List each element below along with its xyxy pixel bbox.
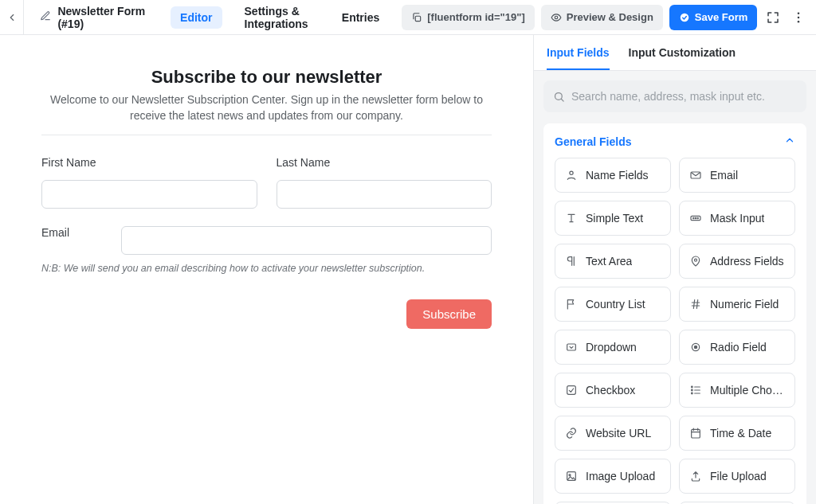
svg-point-13: [697, 217, 698, 218]
last-name-field: Last Name: [277, 156, 492, 209]
save-label: Save Form: [695, 11, 747, 23]
preview-label: Preview & Design: [567, 11, 653, 23]
tab-input-customization[interactable]: Input Customization: [629, 46, 736, 70]
svg-point-14: [694, 259, 696, 261]
hash-icon: [689, 298, 702, 311]
primary-tabs: Editor Settings & Integrations Entries: [171, 0, 389, 35]
right-panel-body: General Fields Name Fields Email: [534, 71, 816, 504]
field-search-input[interactable]: [571, 90, 797, 103]
field-tile-multiple-choice[interactable]: Multiple Choice: [679, 373, 795, 408]
field-tile-numeric-field[interactable]: Numeric Field: [679, 287, 795, 322]
mail-icon: [689, 169, 702, 182]
flag-icon: [565, 298, 578, 311]
submit-row[interactable]: Subscribe: [41, 299, 492, 329]
chevron-up-icon: [784, 135, 795, 148]
list-icon: [689, 384, 702, 397]
group-title: General Fields: [555, 135, 631, 148]
shortcode-text: [fluentform id="19"]: [427, 11, 524, 23]
field-tile-address-fields[interactable]: Address Fields: [679, 244, 795, 279]
form-heading[interactable]: Subscribe to our newsletter: [41, 67, 492, 92]
pencil-icon[interactable]: [40, 10, 51, 24]
svg-line-17: [693, 300, 694, 309]
copy-icon: [411, 12, 422, 23]
field-tile-time-date[interactable]: Time & Date: [679, 416, 795, 451]
field-tile-text-area[interactable]: Text Area: [555, 244, 671, 279]
field-tile-dropdown[interactable]: Dropdown: [555, 330, 671, 365]
general-fields-card: General Fields Name Fields Email: [543, 123, 806, 504]
right-panel: Input Fields Input Customization General…: [533, 35, 816, 504]
mask-icon: [689, 212, 702, 225]
preview-button[interactable]: Preview & Design: [541, 5, 663, 30]
svg-point-2: [681, 13, 689, 21]
form-description[interactable]: Welcome to our Newsletter Subscription C…: [41, 92, 492, 135]
name-row[interactable]: First Name Last Name: [41, 156, 492, 209]
shortcode-button[interactable]: [fluentform id="19"]: [402, 5, 534, 30]
first-name-input[interactable]: [41, 180, 257, 209]
svg-point-1: [555, 16, 558, 19]
svg-rect-0: [416, 16, 421, 21]
form-title-wrap: Newsletter Form (#19): [30, 5, 156, 30]
last-name-label: Last Name: [277, 156, 492, 169]
svg-point-25: [691, 393, 692, 394]
main-area: Subscribe to our newsletter Welcome to o…: [0, 35, 816, 504]
field-tile-radio-field[interactable]: Radio Field: [679, 330, 795, 365]
eye-icon: [551, 12, 562, 23]
top-bar: Newsletter Form (#19) Editor Settings & …: [0, 0, 816, 35]
tab-editor[interactable]: Editor: [171, 6, 222, 29]
radio-icon: [689, 341, 702, 354]
svg-rect-29: [692, 429, 700, 438]
svg-point-24: [691, 389, 692, 391]
more-menu-button[interactable]: [789, 6, 808, 29]
svg-point-5: [798, 20, 800, 22]
svg-point-11: [693, 217, 694, 218]
svg-point-34: [569, 475, 571, 476]
text-icon: [565, 212, 578, 225]
back-button[interactable]: [0, 0, 24, 34]
svg-rect-19: [567, 344, 576, 350]
email-row[interactable]: Email: [41, 226, 492, 255]
tab-settings[interactable]: Settings & Integrations: [235, 0, 320, 35]
svg-point-8: [570, 171, 573, 174]
last-name-input[interactable]: [277, 180, 492, 209]
link-icon: [565, 427, 578, 440]
tab-input-fields[interactable]: Input Fields: [547, 46, 610, 70]
field-tile-simple-text[interactable]: Simple Text: [555, 201, 671, 236]
general-fields-toggle[interactable]: General Fields: [555, 135, 795, 148]
email-label: Email: [41, 226, 105, 239]
fullscreen-button[interactable]: [763, 6, 783, 29]
chevron-left-icon: [6, 12, 18, 23]
svg-line-18: [696, 300, 697, 309]
email-help-text: N:B: We will send you an email describin…: [41, 263, 492, 274]
svg-point-3: [798, 12, 800, 14]
email-input[interactable]: [121, 226, 492, 255]
first-name-field: First Name: [41, 156, 257, 209]
tab-entries[interactable]: Entries: [332, 6, 389, 29]
right-tabs: Input Fields Input Customization: [534, 35, 816, 71]
field-search[interactable]: [543, 80, 806, 112]
save-form-button[interactable]: Save Form: [669, 5, 757, 30]
dots-vertical-icon: [791, 10, 806, 25]
svg-point-4: [798, 16, 800, 18]
svg-point-21: [694, 346, 696, 348]
checkbox-icon: [565, 384, 578, 397]
paragraph-icon: [565, 255, 578, 268]
field-tile-email[interactable]: Email: [679, 158, 795, 193]
field-tile-image-upload[interactable]: Image Upload: [555, 459, 671, 494]
subscribe-button[interactable]: Subscribe: [406, 299, 492, 329]
search-icon: [553, 91, 565, 103]
field-tile-mask-input[interactable]: Mask Input: [679, 201, 795, 236]
check-circle-icon: [679, 12, 690, 23]
map-pin-icon: [689, 255, 702, 268]
dropdown-icon: [565, 341, 578, 354]
field-tile-checkbox[interactable]: Checkbox: [555, 373, 671, 408]
divider: [41, 135, 492, 135]
field-tile-file-upload[interactable]: File Upload: [679, 459, 795, 494]
svg-line-7: [561, 99, 563, 101]
field-tile-website-url[interactable]: Website URL: [555, 416, 671, 451]
form-canvas: Subscribe to our newsletter Welcome to o…: [0, 35, 533, 504]
field-tile-name-fields[interactable]: Name Fields: [555, 158, 671, 193]
field-tile-country-list[interactable]: Country List: [555, 287, 671, 322]
field-grid: Name Fields Email Simple Text Mask Input: [555, 158, 795, 504]
expand-icon: [766, 10, 780, 25]
form-title[interactable]: Newsletter Form (#19): [57, 5, 147, 30]
